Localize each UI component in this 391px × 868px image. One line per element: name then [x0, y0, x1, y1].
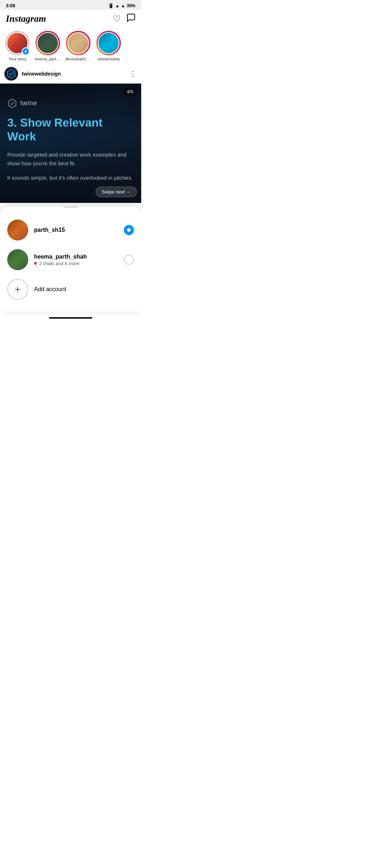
account-name-parth: parth_sh15 [34, 227, 118, 233]
account-sub-heema: 2 chats and 8 more [34, 261, 118, 266]
heart-icon[interactable]: ♡ [113, 14, 121, 24]
story-ring [35, 31, 60, 55]
account-item-parth[interactable]: parth_sh15 [0, 215, 141, 245]
post-header: twinewebdesign ⋮ [0, 64, 141, 84]
story-item-your-story[interactable]: + Your story [4, 31, 30, 61]
story-label: shivamvahia [97, 57, 119, 61]
add-story-button[interactable]: + [22, 47, 30, 55]
post-heading: 3. Show Relevant Work [7, 116, 134, 144]
story-avatar-wrapper [35, 31, 60, 55]
story-avatar-wrapper: + [5, 31, 30, 55]
twine-logo: twine [7, 98, 37, 109]
stories-row: + Your story heema_parth_... dhruvshah24… [0, 28, 141, 64]
story-avatar [98, 32, 119, 54]
post-avatar [4, 67, 18, 81]
add-account-circle: + [7, 279, 28, 300]
vibrate-icon: 📳 [108, 3, 114, 8]
add-account-item[interactable]: + Add account [0, 275, 141, 304]
add-account-label: Add account [34, 286, 66, 293]
avatar-image-heema [7, 249, 28, 270]
status-left: 3:08 [6, 3, 15, 8]
swipe-next-text: Swipe next → [102, 189, 131, 195]
bottom-sheet: parth_sh15 heema_parth_shah 2 chats and … [0, 207, 141, 311]
story-label: dhruvshah2404 [65, 57, 91, 61]
messenger-icon[interactable] [127, 13, 135, 24]
story-label: heema_parth_... [35, 57, 61, 61]
online-dot [34, 262, 37, 265]
account-avatar-parth [7, 220, 28, 241]
sheet-handle [63, 207, 78, 208]
account-info-parth: parth_sh15 [34, 227, 118, 233]
post-body-text-2: It sounds simple, but it's often overloo… [7, 174, 134, 182]
account-radio-parth[interactable] [124, 225, 134, 235]
post-body-text-1: Provide targeted and creative work examp… [7, 150, 134, 168]
post-more-button[interactable]: ⋮ [129, 69, 137, 78]
account-sub-text: 2 chats and 8 more [39, 261, 79, 266]
story-ring [96, 31, 121, 55]
instagram-logo: Instagram [6, 13, 46, 24]
twine-logo-text: twine [20, 99, 37, 107]
story-item-heema[interactable]: heema_parth_... [35, 31, 61, 61]
wifi-icon: ▲ [115, 3, 119, 8]
story-avatar-wrapper [66, 31, 91, 55]
story-label: Your story [8, 57, 26, 61]
post-content: 4/5 twine 3. Show Relevant Work Provide … [0, 84, 141, 203]
account-info-heema: heema_parth_shah 2 chats and 8 more [34, 254, 118, 266]
account-name-heema: heema_parth_shah [34, 254, 118, 260]
status-right: 📳 ▲ ▲ 35% [108, 3, 135, 8]
account-item-heema[interactable]: heema_parth_shah 2 chats and 8 more [0, 245, 141, 275]
post-body: Provide targeted and creative work examp… [7, 150, 134, 188]
story-avatar [67, 32, 89, 54]
post-user[interactable]: twinewebdesign [4, 67, 61, 81]
story-item-shivam[interactable]: shivamvahia [96, 31, 122, 61]
story-item-dhruv[interactable]: dhruvshah2404 [65, 31, 91, 61]
status-time: 3:08 [6, 3, 15, 8]
home-indicator [49, 317, 92, 319]
post-username: twinewebdesign [22, 71, 61, 77]
avatar-image-parth [7, 220, 28, 241]
story-avatar-wrapper [96, 31, 121, 55]
radio-inner [127, 228, 131, 232]
account-radio-heema[interactable] [124, 255, 134, 265]
ig-header: Instagram ♡ [0, 10, 141, 28]
slide-counter: 4/5 [123, 88, 137, 95]
story-ring [66, 31, 91, 55]
battery-text: 35% [127, 3, 135, 8]
story-avatar [37, 32, 59, 54]
account-avatar-heema [7, 249, 28, 270]
header-icons: ♡ [113, 13, 135, 24]
status-bar: 3:08 📳 ▲ ▲ 35% [0, 0, 141, 10]
signal-icon: ▲ [121, 3, 125, 8]
